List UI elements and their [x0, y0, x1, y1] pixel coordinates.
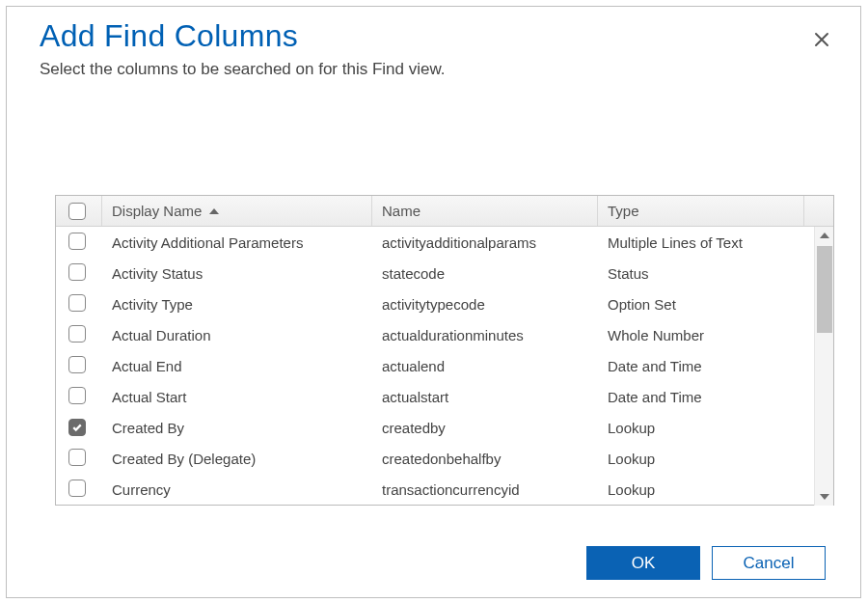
row-display-name: Activity Type: [102, 296, 372, 313]
row-checkbox-cell: [56, 294, 102, 315]
row-checkbox[interactable]: [68, 294, 86, 312]
row-checkbox-cell: [56, 419, 102, 436]
sort-asc-icon: [209, 206, 219, 216]
row-display-name: Activity Status: [102, 265, 372, 282]
row-checkbox[interactable]: [68, 449, 86, 466]
row-type: Date and Time: [598, 389, 804, 405]
header-name-label: Name: [382, 203, 420, 219]
row-type: Date and Time: [598, 358, 804, 374]
row-checkbox[interactable]: [68, 419, 86, 436]
vertical-scrollbar: [814, 227, 833, 506]
table-row[interactable]: Created By (Delegate)createdonbehalfbyLo…: [56, 443, 814, 474]
row-display-name: Actual End: [102, 358, 372, 374]
row-name: actualstart: [372, 389, 598, 405]
scrollbar-thumb[interactable]: [817, 246, 832, 333]
add-find-columns-dialog: Add Find Columns Select the columns to b…: [6, 6, 861, 598]
table-row[interactable]: Actual DurationactualdurationminutesWhol…: [56, 319, 814, 350]
row-checkbox-cell: [56, 325, 102, 345]
row-name: activitytypecode: [372, 296, 598, 313]
header-type[interactable]: Type: [598, 196, 804, 226]
row-name: activityadditionalparams: [372, 234, 598, 251]
row-name: createdby: [372, 420, 598, 436]
row-type: Lookup: [598, 481, 804, 498]
row-display-name: Created By (Delegate): [102, 451, 372, 467]
row-name: transactioncurrencyid: [372, 481, 598, 498]
table-row[interactable]: Actual EndactualendDate and Time: [56, 350, 814, 381]
cancel-button[interactable]: Cancel: [712, 546, 826, 580]
table-row[interactable]: Actual StartactualstartDate and Time: [56, 381, 814, 412]
row-display-name: Currency: [102, 481, 372, 498]
row-checkbox-cell: [56, 233, 102, 253]
row-type: Whole Number: [598, 327, 804, 343]
ok-button[interactable]: OK: [586, 546, 700, 580]
row-checkbox-cell: [56, 263, 102, 284]
row-name: statecode: [372, 265, 598, 282]
select-all-checkbox[interactable]: [68, 203, 86, 220]
table-row[interactable]: Activity Additional Parametersactivityad…: [56, 227, 814, 258]
row-checkbox-cell: [56, 449, 102, 469]
grid-body: Activity Additional Parametersactivityad…: [56, 227, 833, 506]
close-icon: [813, 31, 830, 48]
dialog-title: Add Find Columns: [40, 18, 827, 54]
row-type: Lookup: [598, 420, 804, 436]
row-checkbox-cell: [56, 356, 102, 376]
row-type: Multiple Lines of Text: [598, 234, 804, 251]
table-row[interactable]: Activity TypeactivitytypecodeOption Set: [56, 288, 814, 319]
table-row[interactable]: Activity StatusstatecodeStatus: [56, 258, 814, 288]
row-name: actualend: [372, 358, 598, 374]
row-checkbox[interactable]: [68, 325, 86, 343]
close-button[interactable]: [810, 28, 833, 51]
row-checkbox[interactable]: [68, 263, 86, 281]
row-display-name: Created By: [102, 420, 372, 436]
row-display-name: Actual Duration: [102, 327, 372, 343]
dialog-footer: OK Cancel: [586, 546, 826, 580]
header-select-all[interactable]: [56, 196, 102, 226]
caret-up-icon: [820, 231, 829, 240]
grid-header-row: Display Name Name Type: [56, 196, 833, 227]
row-name: createdonbehalfby: [372, 451, 598, 467]
row-checkbox[interactable]: [68, 387, 86, 404]
grid-rows: Activity Additional Parametersactivityad…: [56, 227, 814, 506]
header-type-label: Type: [608, 203, 639, 219]
row-type: Status: [598, 265, 804, 282]
columns-grid: Display Name Name Type Activity Addition…: [55, 195, 834, 506]
row-type: Option Set: [598, 296, 804, 313]
scroll-up-button[interactable]: [815, 227, 833, 244]
dialog-header: Add Find Columns Select the columns to b…: [7, 7, 860, 79]
header-spacer: [804, 196, 833, 226]
table-row[interactable]: Created BycreatedbyLookup: [56, 412, 814, 443]
row-display-name: Actual Start: [102, 389, 372, 405]
row-checkbox-cell: [56, 387, 102, 407]
table-row[interactable]: CurrencytransactioncurrencyidLookup: [56, 474, 814, 505]
scroll-down-button[interactable]: [815, 488, 833, 506]
header-display-name[interactable]: Display Name: [102, 196, 372, 226]
header-display-name-label: Display Name: [112, 203, 202, 219]
caret-down-icon: [820, 492, 829, 502]
header-name[interactable]: Name: [372, 196, 598, 226]
row-type: Lookup: [598, 451, 804, 467]
row-checkbox[interactable]: [68, 480, 86, 497]
row-checkbox[interactable]: [68, 233, 86, 250]
row-checkbox-cell: [56, 480, 102, 500]
row-checkbox[interactable]: [68, 356, 86, 373]
row-display-name: Activity Additional Parameters: [102, 234, 372, 251]
dialog-subtitle: Select the columns to be searched on for…: [40, 60, 827, 79]
row-name: actualdurationminutes: [372, 327, 598, 343]
